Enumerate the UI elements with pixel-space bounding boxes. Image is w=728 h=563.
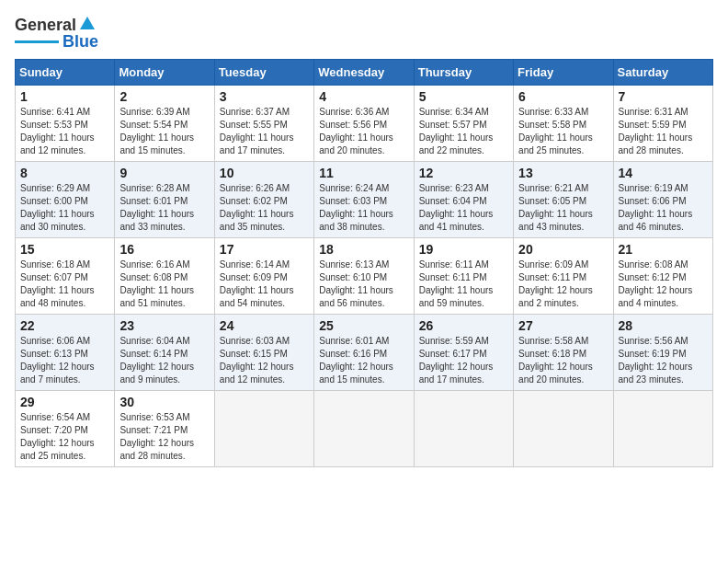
- day-info: Sunrise: 6:01 AMSunset: 6:16 PMDaylight:…: [319, 335, 408, 386]
- column-header-thursday: Thursday: [414, 59, 513, 85]
- svg-marker-0: [80, 17, 95, 29]
- day-info: Sunrise: 6:06 AMSunset: 6:13 PMDaylight:…: [20, 335, 109, 386]
- calendar-day-cell: 26Sunrise: 5:59 AMSunset: 6:17 PMDayligh…: [414, 314, 513, 390]
- day-number: 21: [619, 242, 708, 257]
- day-info: Sunrise: 5:59 AMSunset: 6:17 PMDaylight:…: [419, 335, 508, 386]
- calendar-day-cell: 25Sunrise: 6:01 AMSunset: 6:16 PMDayligh…: [314, 314, 414, 390]
- day-number: 2: [119, 89, 209, 104]
- day-number: 25: [319, 318, 408, 333]
- day-number: 3: [220, 89, 309, 104]
- calendar-day-cell: 24Sunrise: 6:03 AMSunset: 6:15 PMDayligh…: [214, 314, 313, 390]
- day-number: 8: [20, 166, 109, 180]
- calendar-week-row: 29Sunrise: 6:54 AMSunset: 7:20 PMDayligh…: [16, 390, 713, 466]
- day-info: Sunrise: 6:11 AMSunset: 6:11 PMDaylight:…: [419, 259, 508, 310]
- day-info: Sunrise: 6:08 AMSunset: 6:12 PMDaylight:…: [619, 259, 708, 310]
- calendar-day-cell: 5Sunrise: 6:34 AMSunset: 5:57 PMDaylight…: [414, 85, 513, 161]
- column-header-tuesday: Tuesday: [214, 59, 313, 85]
- logo-blue-text: Blue: [63, 33, 98, 52]
- calendar-day-cell: [314, 390, 414, 466]
- day-info: Sunrise: 6:31 AMSunset: 5:59 PMDaylight:…: [619, 106, 708, 157]
- day-number: 14: [619, 166, 708, 180]
- day-number: 6: [518, 89, 608, 104]
- column-header-sunday: Sunday: [16, 59, 115, 85]
- day-number: 30: [119, 395, 209, 409]
- day-number: 27: [518, 318, 608, 333]
- calendar-day-cell: 8Sunrise: 6:29 AMSunset: 6:00 PMDaylight…: [16, 161, 115, 237]
- day-number: 19: [419, 242, 508, 257]
- day-info: Sunrise: 6:36 AMSunset: 5:56 PMDaylight:…: [319, 106, 408, 157]
- calendar-day-cell: 6Sunrise: 6:33 AMSunset: 5:58 PMDaylight…: [514, 85, 613, 161]
- calendar-day-cell: 20Sunrise: 6:09 AMSunset: 6:11 PMDayligh…: [514, 237, 613, 314]
- column-header-saturday: Saturday: [613, 59, 712, 85]
- day-info: Sunrise: 6:24 AMSunset: 6:03 PMDaylight:…: [319, 182, 408, 234]
- calendar-day-cell: [514, 390, 613, 466]
- calendar-day-cell: 10Sunrise: 6:26 AMSunset: 6:02 PMDayligh…: [214, 161, 313, 237]
- calendar-day-cell: [414, 390, 513, 466]
- calendar-day-cell: 13Sunrise: 6:21 AMSunset: 6:05 PMDayligh…: [514, 161, 613, 237]
- day-info: Sunrise: 5:56 AMSunset: 6:19 PMDaylight:…: [619, 335, 708, 386]
- day-number: 1: [20, 89, 109, 104]
- day-info: Sunrise: 6:03 AMSunset: 6:15 PMDaylight:…: [220, 335, 309, 386]
- day-info: Sunrise: 6:13 AMSunset: 6:10 PMDaylight:…: [319, 259, 408, 310]
- calendar-week-row: 22Sunrise: 6:06 AMSunset: 6:13 PMDayligh…: [16, 314, 713, 390]
- day-info: Sunrise: 6:41 AMSunset: 5:53 PMDaylight:…: [20, 106, 109, 157]
- calendar-day-cell: 3Sunrise: 6:37 AMSunset: 5:55 PMDaylight…: [214, 85, 313, 161]
- calendar-header-row: SundayMondayTuesdayWednesdayThursdayFrid…: [16, 59, 713, 85]
- day-info: Sunrise: 6:09 AMSunset: 6:11 PMDaylight:…: [518, 259, 608, 310]
- day-number: 24: [220, 318, 309, 333]
- calendar-table: SundayMondayTuesdayWednesdayThursdayFrid…: [15, 59, 713, 467]
- day-number: 22: [20, 318, 109, 333]
- day-number: 20: [518, 242, 608, 257]
- day-number: 7: [619, 89, 708, 104]
- calendar-day-cell: 16Sunrise: 6:16 AMSunset: 6:08 PMDayligh…: [115, 237, 214, 314]
- day-number: 26: [419, 318, 508, 333]
- calendar-day-cell: [214, 390, 313, 466]
- calendar-day-cell: 1Sunrise: 6:41 AMSunset: 5:53 PMDaylight…: [16, 85, 115, 161]
- calendar-day-cell: 28Sunrise: 5:56 AMSunset: 6:19 PMDayligh…: [613, 314, 712, 390]
- day-number: 16: [119, 242, 209, 257]
- day-info: Sunrise: 6:26 AMSunset: 6:02 PMDaylight:…: [220, 182, 309, 234]
- day-info: Sunrise: 6:33 AMSunset: 5:58 PMDaylight:…: [518, 106, 608, 157]
- day-info: Sunrise: 6:18 AMSunset: 6:07 PMDaylight:…: [20, 259, 109, 310]
- page-header: General Blue: [15, 15, 713, 52]
- day-info: Sunrise: 5:58 AMSunset: 6:18 PMDaylight:…: [518, 335, 608, 386]
- day-info: Sunrise: 6:23 AMSunset: 6:04 PMDaylight:…: [419, 182, 508, 234]
- day-number: 18: [319, 242, 408, 257]
- day-number: 11: [319, 166, 408, 180]
- day-info: Sunrise: 6:54 AMSunset: 7:20 PMDaylight:…: [20, 411, 109, 463]
- calendar-day-cell: 18Sunrise: 6:13 AMSunset: 6:10 PMDayligh…: [314, 237, 414, 314]
- calendar-day-cell: 22Sunrise: 6:06 AMSunset: 6:13 PMDayligh…: [16, 314, 115, 390]
- day-number: 28: [619, 318, 708, 333]
- calendar-day-cell: 19Sunrise: 6:11 AMSunset: 6:11 PMDayligh…: [414, 237, 513, 314]
- calendar-week-row: 8Sunrise: 6:29 AMSunset: 6:00 PMDaylight…: [16, 161, 713, 237]
- day-info: Sunrise: 6:19 AMSunset: 6:06 PMDaylight:…: [619, 182, 708, 234]
- calendar-day-cell: 27Sunrise: 5:58 AMSunset: 6:18 PMDayligh…: [514, 314, 613, 390]
- day-number: 9: [119, 166, 209, 180]
- day-number: 10: [220, 166, 309, 180]
- day-info: Sunrise: 6:14 AMSunset: 6:09 PMDaylight:…: [220, 259, 309, 310]
- calendar-day-cell: 15Sunrise: 6:18 AMSunset: 6:07 PMDayligh…: [16, 237, 115, 314]
- day-number: 29: [20, 395, 109, 409]
- calendar-day-cell: 21Sunrise: 6:08 AMSunset: 6:12 PMDayligh…: [613, 237, 712, 314]
- calendar-day-cell: 12Sunrise: 6:23 AMSunset: 6:04 PMDayligh…: [414, 161, 513, 237]
- day-info: Sunrise: 6:39 AMSunset: 5:54 PMDaylight:…: [119, 106, 209, 157]
- calendar-day-cell: [613, 390, 712, 466]
- calendar-day-cell: 29Sunrise: 6:54 AMSunset: 7:20 PMDayligh…: [16, 390, 115, 466]
- day-info: Sunrise: 6:21 AMSunset: 6:05 PMDaylight:…: [518, 182, 608, 234]
- calendar-day-cell: 2Sunrise: 6:39 AMSunset: 5:54 PMDaylight…: [115, 85, 214, 161]
- day-number: 15: [20, 242, 109, 257]
- column-header-wednesday: Wednesday: [314, 59, 414, 85]
- day-number: 17: [220, 242, 309, 257]
- day-info: Sunrise: 6:53 AMSunset: 7:21 PMDaylight:…: [119, 411, 209, 463]
- logo-icon: [78, 15, 97, 33]
- day-info: Sunrise: 6:37 AMSunset: 5:55 PMDaylight:…: [220, 106, 309, 157]
- calendar-day-cell: 17Sunrise: 6:14 AMSunset: 6:09 PMDayligh…: [214, 237, 313, 314]
- calendar-day-cell: 23Sunrise: 6:04 AMSunset: 6:14 PMDayligh…: [115, 314, 214, 390]
- calendar-week-row: 15Sunrise: 6:18 AMSunset: 6:07 PMDayligh…: [16, 237, 713, 314]
- day-number: 4: [319, 89, 408, 104]
- column-header-friday: Friday: [514, 59, 613, 85]
- calendar-day-cell: 14Sunrise: 6:19 AMSunset: 6:06 PMDayligh…: [613, 161, 712, 237]
- day-info: Sunrise: 6:28 AMSunset: 6:01 PMDaylight:…: [119, 182, 209, 234]
- column-header-monday: Monday: [115, 59, 214, 85]
- day-number: 13: [518, 166, 608, 180]
